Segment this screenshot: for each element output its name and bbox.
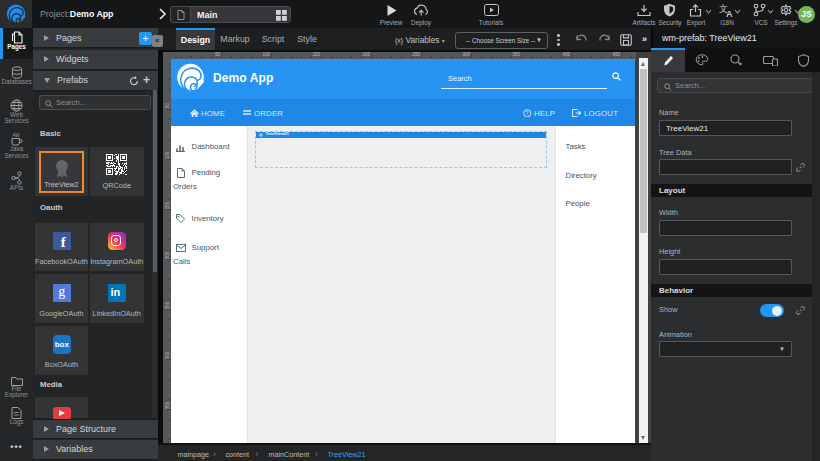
svg-text:A: A <box>726 9 733 17</box>
svg-text:AW: AW <box>13 133 21 138</box>
svg-text:?: ? <box>526 110 529 116</box>
